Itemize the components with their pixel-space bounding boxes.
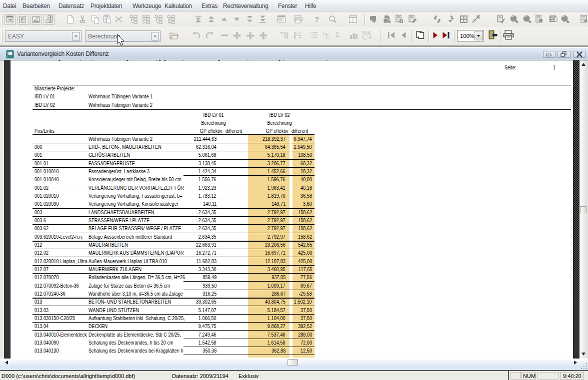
svg-text:REB: REB xyxy=(362,30,371,35)
svg-text:Σ: Σ xyxy=(326,32,330,40)
